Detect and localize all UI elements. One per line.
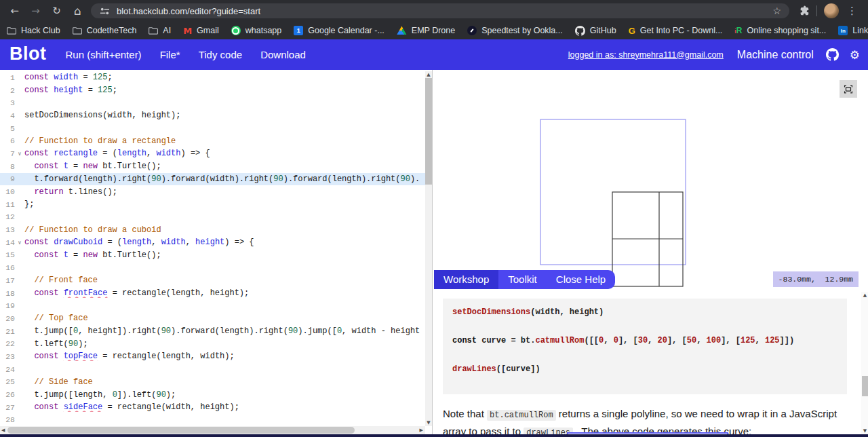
drawing-canvas[interactable] <box>433 70 868 289</box>
horizontal-scroll-thumb[interactable] <box>7 427 355 434</box>
bookmark-google-calendar[interactable]: 1Google Calendar -... <box>294 26 384 35</box>
site-settings-icon[interactable] <box>100 6 110 16</box>
extensions-icon[interactable] <box>799 5 810 16</box>
folder-icon <box>73 26 82 35</box>
code-line-16[interactable]: 16 <box>0 261 425 274</box>
forward-icon[interactable]: → <box>25 5 46 17</box>
tidy-code-button[interactable]: Tidy code <box>199 49 242 60</box>
help-scroll-thumb[interactable] <box>862 376 868 396</box>
scroll-down-icon[interactable]: ▼ <box>861 428 868 434</box>
line-number: 3 <box>0 98 15 107</box>
code-line-8[interactable]: 8 const t = new bt.Turtle(); <box>0 160 425 173</box>
bookmark-gmail[interactable]: MGmail <box>183 26 219 36</box>
url-text[interactable]: blot.hackclub.com/editor?guide=start <box>117 6 772 16</box>
address-bar[interactable]: blot.hackclub.com/editor?guide=start ☆ <box>91 3 789 18</box>
editor-vertical-scrollbar[interactable]: ▲ ▼ <box>425 71 432 426</box>
bookmark-whatsapp[interactable]: whatsapp <box>231 26 282 35</box>
code-line-5[interactable]: 5 <box>0 122 425 135</box>
folder-icon <box>7 26 16 35</box>
code-line-3[interactable]: 3 <box>0 96 425 109</box>
code-line-11[interactable]: 11}; <box>0 198 425 211</box>
vertical-scroll-thumb[interactable] <box>425 78 432 185</box>
code-line-27[interactable]: 27 const sideFace = rectangle(width, hei… <box>0 401 425 414</box>
bookmark-get-into-pc-downl[interactable]: GGet Into PC - Downl... <box>629 26 723 36</box>
code-line-2[interactable]: 2const height = 125; <box>0 84 425 97</box>
reload-icon[interactable]: ↻ <box>46 5 67 17</box>
code-line-18[interactable]: 18 const frontFace = rectangle(length, h… <box>0 287 425 300</box>
code-line-24[interactable]: 24 <box>0 363 425 376</box>
bookmark-linkedin[interactable]: inLinkedIn <box>838 26 868 35</box>
run-button[interactable]: Run (shift+enter) <box>65 49 141 60</box>
download-button[interactable]: Download <box>260 49 306 60</box>
scroll-left-icon[interactable]: ◀ <box>1 428 5 433</box>
line-number: 16 <box>0 263 15 272</box>
code-line-28[interactable]: 28 <box>0 414 425 427</box>
code-line-13[interactable]: 13// Function to draw a cuboid <box>0 223 425 236</box>
bookmark-label: Hack Club <box>21 26 60 35</box>
code-line-20[interactable]: 20 // Top face <box>0 312 425 325</box>
fold-chevron-icon[interactable]: ∨ <box>15 240 24 246</box>
bookmark-label: Online shopping sit... <box>747 26 827 35</box>
line-number: 24 <box>0 365 15 374</box>
code-line-15[interactable]: 15 const t = new bt.Turtle(); <box>0 249 425 262</box>
code-line-4[interactable]: 4setDocDimensions(width, height); <box>0 109 425 122</box>
bookmark-star-icon[interactable]: ☆ <box>772 5 781 16</box>
tab-workshop[interactable]: Workshop <box>434 270 498 289</box>
code-line-6[interactable]: 6// Function to draw a rectangle <box>0 134 425 147</box>
scroll-up-icon[interactable]: ▲ <box>425 72 432 77</box>
bookmark-speedtest-by-ookla[interactable]: Speedtest by Ookla... <box>467 26 563 35</box>
settings-gear-icon[interactable]: ⚙ <box>850 48 860 62</box>
logged-in-link[interactable]: logged in as: shreymehra111@gmail.com <box>568 50 724 60</box>
inline-code: bt.catmullRom <box>487 410 556 421</box>
code-line-1[interactable]: 1const width = 125; <box>0 71 425 84</box>
line-number: 23 <box>0 352 15 361</box>
code-line-21[interactable]: 21 t.jump([0, height]).right(90).forward… <box>0 325 425 338</box>
code-line-25[interactable]: 25 // Side face <box>0 376 425 389</box>
line-number: 26 <box>0 390 15 399</box>
fold-chevron-icon[interactable]: ∨ <box>15 151 24 157</box>
code-line-12[interactable]: 12 <box>0 211 425 224</box>
bookmark-label: LinkedIn <box>852 26 868 35</box>
bookmark-github[interactable]: GitHub <box>575 26 616 36</box>
scroll-down-icon[interactable]: ▼ <box>425 420 432 425</box>
back-icon[interactable]: ← <box>4 5 25 17</box>
code-line-26[interactable]: 26 t.jump([length, 0]).left(90); <box>0 388 425 401</box>
scroll-up-icon[interactable]: ▲ <box>861 292 868 298</box>
bookmark-online-shopping-sit[interactable]: iROnline shopping sit... <box>734 26 826 35</box>
code-lines[interactable]: 1const width = 125;2const height = 125;3… <box>0 71 425 426</box>
code-line-22[interactable]: 22 t.left(90); <box>0 337 425 350</box>
editor-horizontal-scrollbar[interactable]: ◀ ▶ <box>0 426 425 434</box>
bookmark-emp-drone[interactable]: EMP Drone <box>397 26 455 35</box>
code-line-7[interactable]: 7∨const rectangle = (length, width) => { <box>0 147 425 160</box>
home-icon[interactable]: ⌂ <box>67 4 88 18</box>
github-icon[interactable] <box>826 48 839 61</box>
folder-icon <box>149 26 158 35</box>
help-panel[interactable]: setDocDimensions(width, height)const cur… <box>433 289 868 437</box>
code-line-9[interactable]: 9 t.forward(length).right(90).forward(wi… <box>0 173 425 186</box>
code-line-23[interactable]: 23 const topFace = rectangle(length, wid… <box>0 350 425 363</box>
help-code-block: setDocDimensions(width, height)const cur… <box>443 299 847 394</box>
line-number: 4 <box>0 111 15 120</box>
code-line-19[interactable]: 19 <box>0 299 425 312</box>
bookmark-ai[interactable]: AI <box>149 26 171 35</box>
profile-avatar[interactable] <box>824 3 839 18</box>
scroll-right-icon[interactable]: ▶ <box>420 428 423 433</box>
bookmark-hack-club[interactable]: Hack Club <box>7 26 60 35</box>
menu-dots-icon[interactable]: ⋮ <box>847 5 857 17</box>
browser-toolbar: ← → ↻ ⌂ blot.hackclub.com/editor?guide=s… <box>0 0 868 22</box>
fit-view-button[interactable] <box>840 80 857 98</box>
bookmark-label: Gmail <box>197 26 219 35</box>
bookmark-codethetech[interactable]: CodetheTech <box>73 26 137 35</box>
file-menu[interactable]: File* <box>160 49 180 60</box>
help-scrollbar[interactable]: ▲ ▼ <box>861 292 868 434</box>
line-number: 6 <box>0 136 15 145</box>
machine-control-button[interactable]: Machine control <box>737 49 814 61</box>
code-editor[interactable]: 1const width = 125;2const height = 125;3… <box>0 70 432 437</box>
blot-logo[interactable]: Blot <box>9 43 46 64</box>
tab-toolkit[interactable]: Toolkit <box>498 270 547 289</box>
tab-close-help[interactable]: Close Help <box>547 270 615 289</box>
code-line-17[interactable]: 17 // Front face <box>0 274 425 287</box>
code-line-14[interactable]: 14∨const drawCuboid = (length, width, he… <box>0 236 425 249</box>
gmail-icon: M <box>183 26 192 36</box>
code-line-10[interactable]: 10 return t.lines(); <box>0 185 425 198</box>
